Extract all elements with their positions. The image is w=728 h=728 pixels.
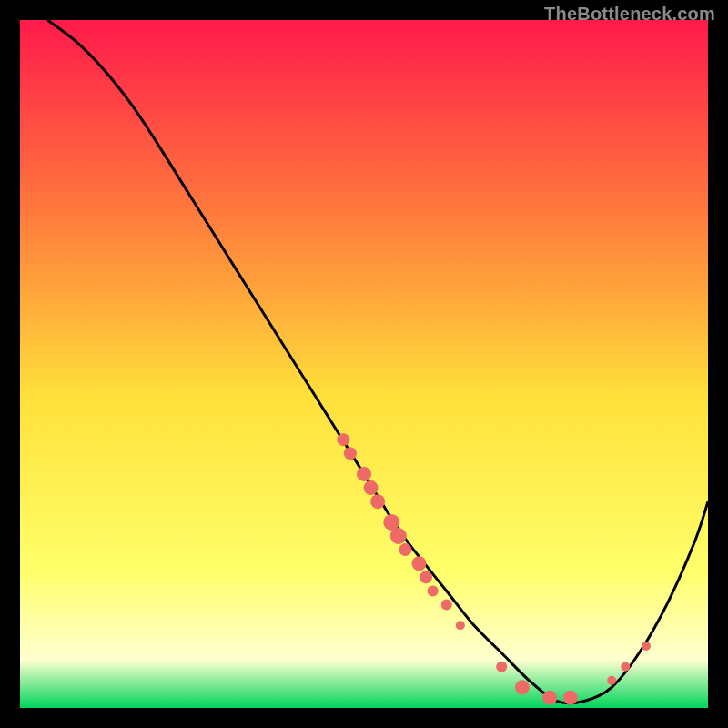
data-point bbox=[642, 642, 651, 651]
data-point bbox=[428, 585, 439, 596]
bottleneck-chart bbox=[20, 20, 708, 708]
chart-frame: { "watermark": "TheBottleneck.com", "cha… bbox=[0, 0, 728, 728]
plot-background bbox=[20, 20, 708, 708]
data-point bbox=[364, 480, 379, 495]
data-point bbox=[420, 571, 432, 583]
data-point bbox=[337, 433, 349, 446]
data-point bbox=[370, 494, 385, 509]
data-point bbox=[542, 691, 557, 705]
data-point bbox=[621, 662, 630, 672]
data-point bbox=[390, 528, 407, 544]
data-point bbox=[456, 621, 465, 630]
data-point bbox=[344, 447, 357, 460]
data-point bbox=[411, 556, 426, 571]
data-point bbox=[515, 680, 530, 694]
data-point bbox=[399, 543, 411, 556]
data-point bbox=[563, 691, 578, 705]
data-point bbox=[607, 676, 616, 685]
data-point bbox=[441, 600, 452, 611]
data-point bbox=[357, 467, 371, 481]
data-point bbox=[496, 662, 507, 672]
